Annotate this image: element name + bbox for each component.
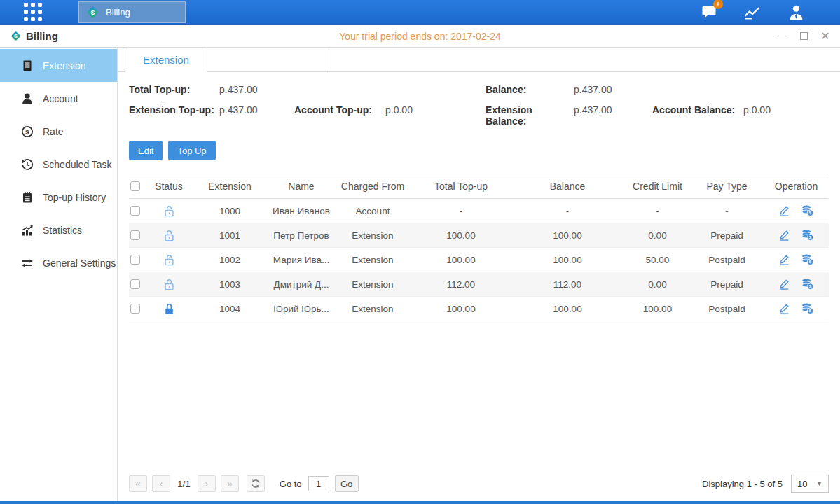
account-topup-label: Account Top-up: (294, 104, 385, 115)
trial-notice: Your trial period ends on: 2017-02-24 (0, 31, 840, 42)
goto-page-input[interactable] (308, 476, 329, 491)
window-title: Billing (26, 30, 58, 42)
header-balance: Balance (510, 181, 625, 192)
go-button[interactable]: Go (335, 475, 359, 492)
close-button[interactable]: ✕ (820, 31, 830, 41)
top-up-button[interactable]: Top Up (168, 141, 215, 160)
cell-name: Юрий Юрь... (269, 304, 333, 314)
header-credit-limit: Credit Limit (625, 181, 690, 192)
row-checkbox[interactable] (130, 304, 140, 314)
topup-row-icon[interactable]: $ (801, 254, 814, 265)
table-row: 1002 Мария Ива... Extension 100.00 100.0… (129, 248, 829, 272)
status-unlocked-icon (164, 205, 174, 217)
header-extension: Extension (191, 181, 269, 192)
cell-credit-limit: 0.00 (625, 279, 690, 290)
account-balance-value: p.0.00 (743, 104, 771, 127)
main-panel: Extension Total Top-up: p.437.00 Balance… (118, 48, 840, 501)
page-size-dropdown[interactable]: 10 ▼ (791, 475, 829, 493)
row-checkbox[interactable] (130, 279, 140, 289)
cell-total-topup: 100.00 (412, 230, 510, 241)
status-unlocked-icon (164, 279, 174, 290)
svg-text:$: $ (809, 210, 812, 215)
table-body: 1000 Иван Иванов Account - - - - $ (129, 199, 829, 321)
sidebar-item-label: Top-up History (43, 192, 106, 203)
page-size-value: 10 (797, 479, 807, 489)
messages-icon[interactable]: ! (700, 4, 718, 20)
cell-credit-limit: 100.00 (625, 304, 690, 314)
total-topup-label: Total Top-up: (129, 84, 219, 95)
cell-name: Мария Ива... (269, 255, 333, 265)
notebook-icon (21, 191, 34, 204)
edit-row-icon[interactable] (778, 230, 790, 241)
clock-history-icon (21, 158, 34, 171)
last-page-button[interactable]: » (221, 475, 239, 492)
cell-credit-limit: - (625, 206, 690, 216)
prev-page-button[interactable]: ‹ (152, 475, 170, 492)
extension-table: Status Extension Name Charged From Total… (129, 174, 829, 321)
sliders-icon (21, 257, 34, 270)
sidebar-item-account[interactable]: Account (0, 82, 117, 115)
edit-row-icon[interactable] (778, 254, 790, 265)
sidebar-item-extension[interactable]: Extension (0, 49, 117, 82)
topup-row-icon[interactable]: $ (801, 205, 814, 216)
svg-text:$: $ (91, 8, 95, 16)
row-checkbox[interactable] (130, 230, 140, 240)
cell-credit-limit: 50.00 (625, 255, 690, 265)
user-account-icon[interactable] (787, 4, 805, 20)
select-all-checkbox[interactable] (130, 181, 140, 191)
cell-name: Дмитрий Д... (269, 279, 333, 290)
svg-text:$: $ (809, 259, 812, 264)
next-page-button[interactable]: › (198, 475, 216, 492)
topup-row-icon[interactable]: $ (801, 303, 814, 314)
tab-strip: Extension (118, 48, 840, 72)
extension-balance-value: p.437.00 (574, 104, 652, 127)
table-row: 1001 Петр Петров Extension 100.00 100.00… (129, 223, 829, 248)
svg-text:$: $ (14, 33, 18, 39)
topup-row-icon[interactable]: $ (801, 230, 814, 241)
sidebar-item-label: General Settings (43, 258, 116, 269)
sidebar-item-general-settings[interactable]: General Settings (0, 246, 117, 279)
svg-text:$: $ (809, 284, 812, 288)
reports-chart-icon[interactable] (743, 4, 762, 20)
cell-balance: 100.00 (510, 255, 625, 265)
topup-row-icon[interactable]: $ (801, 279, 814, 290)
header-pay-type: Pay Type (690, 181, 764, 192)
cell-total-topup: 100.00 (412, 255, 510, 265)
row-checkbox[interactable] (130, 206, 140, 216)
sidebar-item-topup-history[interactable]: Top-up History (0, 181, 117, 214)
cell-pay-type: Prepaid (690, 230, 764, 241)
refresh-button[interactable] (247, 475, 265, 492)
apps-grid-icon[interactable] (24, 3, 42, 21)
status-unlocked-icon (164, 254, 174, 266)
cell-pay-type: Postpaid (690, 255, 764, 265)
cell-extension: 1001 (191, 230, 269, 241)
cell-total-topup: 112.00 (412, 279, 510, 290)
minimize-button[interactable] (777, 31, 787, 41)
status-unlocked-icon (164, 230, 174, 241)
header-total-topup: Total Top-up (412, 181, 510, 192)
balance-value: p.437.00 (574, 84, 612, 95)
extension-ledger-icon (21, 59, 34, 72)
window-bottom-border (0, 501, 840, 504)
tab-extension[interactable]: Extension (125, 48, 207, 72)
edit-row-icon[interactable] (778, 279, 790, 290)
edit-row-icon[interactable] (778, 205, 790, 216)
first-page-button[interactable]: « (129, 475, 147, 492)
maximize-button[interactable] (799, 31, 808, 41)
cell-balance: 100.00 (510, 230, 625, 241)
row-checkbox[interactable] (130, 255, 140, 265)
sidebar-item-rate[interactable]: $ Rate (0, 115, 117, 148)
chevron-down-icon: ▼ (816, 480, 822, 487)
header-operation: Operation (764, 181, 829, 192)
svg-text:$: $ (809, 308, 812, 313)
edit-button[interactable]: Edit (129, 141, 163, 160)
dollar-circle-icon: $ (21, 125, 34, 138)
cell-name: Иван Иванов (269, 206, 333, 216)
sidebar-item-statistics[interactable]: Statistics (0, 214, 117, 246)
edit-row-icon[interactable] (778, 303, 790, 314)
app-tab-billing[interactable]: $ Billing (78, 1, 186, 23)
cell-charged-from: Extension (333, 279, 412, 290)
window-titlebar: $ Billing Your trial period ends on: 201… (0, 25, 840, 48)
sidebar-item-scheduled-task[interactable]: Scheduled Task (0, 148, 117, 181)
header-charged-from: Charged From (333, 181, 412, 192)
